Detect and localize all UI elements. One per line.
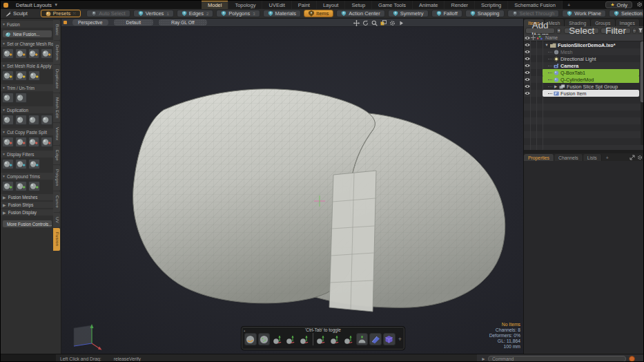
sidebar-tab-uv[interactable]: UV bbox=[53, 213, 60, 227]
column-eye-icon[interactable] bbox=[524, 36, 530, 40]
polygons-mode-button[interactable]: Polygons3 bbox=[216, 10, 260, 17]
sidebar-tab-polygon[interactable]: Polygon bbox=[53, 165, 60, 190]
sidebar-tab-edge[interactable]: Edge bbox=[53, 146, 60, 165]
filter-button[interactable]: Filter bbox=[601, 28, 631, 34]
slice-plane[interactable] bbox=[329, 171, 376, 312]
top-tab-layout[interactable]: Layout bbox=[317, 1, 346, 9]
auto-select-mode-button[interactable]: Auto Select bbox=[86, 10, 130, 17]
expand-panel-icon[interactable] bbox=[630, 155, 635, 160]
section-header-duplication[interactable]: ▼Duplication bbox=[1, 106, 54, 113]
compound-trims-tool-2-icon[interactable] bbox=[15, 181, 27, 191]
collapse-all-button[interactable]: − bbox=[632, 28, 636, 34]
rotate-icon[interactable] bbox=[362, 20, 369, 26]
shading-mode-selector[interactable]: Default bbox=[114, 19, 154, 26]
more-fusion-controls-button[interactable]: More Fusion Controls... bbox=[2, 220, 52, 228]
set-or-change-mesh-role-tool-3-icon[interactable] bbox=[28, 48, 40, 59]
action-center-mode-button[interactable]: Action Center bbox=[336, 10, 384, 17]
gear-icon[interactable] bbox=[637, 155, 643, 160]
item-name-cell[interactable]: ▶Fusion Slice Spt Group bbox=[543, 83, 639, 90]
sculpt-tab-button[interactable]: Sculpt bbox=[1, 10, 32, 17]
sidebar-tab-mesh-edit[interactable]: Mesh Edit bbox=[53, 93, 60, 122]
item-list-scrollbar[interactable] bbox=[641, 41, 644, 145]
sidebar-tab-basic[interactable]: Basic bbox=[53, 20, 60, 40]
new-fusion-button[interactable]: New Fusion... bbox=[2, 30, 52, 38]
palette-tool-apply-6-icon[interactable] bbox=[315, 333, 328, 345]
sidebar-tab-fusion[interactable]: Fusion bbox=[53, 228, 60, 250]
visibility-eye-icon[interactable] bbox=[524, 77, 530, 82]
zoom-icon[interactable] bbox=[371, 20, 378, 26]
palette-tool-apply-5-icon[interactable] bbox=[298, 333, 311, 345]
top-tab-render[interactable]: Render bbox=[445, 1, 475, 9]
collapsed-section-fusion-strips[interactable]: ▶Fusion Strips bbox=[1, 202, 54, 208]
viewport-menu-icon[interactable] bbox=[64, 21, 67, 24]
palette-airbrush-9-icon[interactable] bbox=[356, 333, 369, 345]
section-header-compound-trims[interactable]: ▼Compound Trims bbox=[1, 173, 54, 180]
layout-switcher-menu[interactable]: Default Layouts ▼ bbox=[12, 1, 62, 9]
display-filters-tool-2-icon[interactable] bbox=[15, 159, 27, 169]
materials-mode-button[interactable]: Materials bbox=[263, 10, 301, 17]
column-pin-icon[interactable] bbox=[530, 35, 536, 40]
visibility-eye-icon[interactable] bbox=[524, 91, 530, 95]
sidebar-tab-duplicate[interactable]: Duplicate bbox=[53, 65, 60, 93]
cut-copy-paste-split-tool-2-icon[interactable] bbox=[15, 137, 27, 147]
compound-trims-tool-1-icon[interactable] bbox=[2, 181, 14, 191]
pan-icon[interactable] bbox=[353, 20, 360, 26]
palette-add-button[interactable]: + bbox=[398, 336, 402, 343]
expand-icon[interactable] bbox=[398, 20, 404, 26]
tree-row-fusionslicerdemoa-lxo[interactable]: ▼FusionSlicerDemoA.lxo* bbox=[524, 41, 644, 48]
sidebar-tab-vertex[interactable]: Vertex bbox=[53, 123, 60, 144]
tree-row-fusion-item[interactable]: Fusion Item bbox=[524, 90, 644, 97]
collapsed-section-fusion-meshes[interactable]: ▶Fusion Meshes bbox=[1, 194, 54, 200]
bottom-tab-properties[interactable]: Properties bbox=[524, 154, 554, 161]
bottom-tab-channels[interactable]: Channels bbox=[554, 154, 583, 161]
items-mode-button[interactable]: Items bbox=[304, 10, 333, 17]
section-header-set-mesh-role-apply[interactable]: ▼Set Mesh Role & Apply bbox=[1, 62, 54, 69]
layout-icon[interactable] bbox=[380, 20, 387, 26]
palette-tool-apply-4-icon[interactable] bbox=[285, 333, 297, 345]
viewport-canvas[interactable] bbox=[61, 27, 523, 354]
set-or-change-mesh-role-tool-4-icon[interactable] bbox=[41, 48, 52, 59]
trim-un-trim-tool-2-icon[interactable] bbox=[15, 93, 27, 103]
add-layout-tab-button[interactable]: + bbox=[563, 1, 575, 9]
add-item-dropdown[interactable]: ▼ bbox=[556, 28, 561, 34]
item-name-cell[interactable]: Q-CylinderMod bbox=[543, 76, 639, 83]
cut-copy-paste-split-tool-3-icon[interactable] bbox=[28, 137, 40, 147]
gear-icon[interactable] bbox=[636, 1, 643, 8]
snapping-mode-button[interactable]: Snapping bbox=[465, 10, 505, 17]
select-button[interactable]: Select bbox=[564, 28, 599, 34]
duplication-tool-3-icon[interactable] bbox=[28, 115, 40, 125]
visibility-eye-icon[interactable] bbox=[524, 84, 530, 88]
set-mesh-role-apply-tool-2-icon[interactable] bbox=[15, 70, 27, 81]
command-history-icon[interactable] bbox=[629, 356, 635, 362]
edges-mode-button[interactable]: Edges2 bbox=[177, 10, 214, 17]
tree-row-fusion-slice-spt-group[interactable]: ▶Fusion Slice Spt Group bbox=[524, 83, 644, 90]
palette-tool-apply-7-icon[interactable] bbox=[329, 333, 342, 345]
tree-row-camera[interactable]: Camera bbox=[524, 62, 644, 69]
chevron-right-icon[interactable]: ▶ bbox=[554, 84, 558, 88]
vertices-mode-button[interactable]: Vertices1 bbox=[133, 10, 174, 17]
symmetry-mode-button[interactable]: Symmetry bbox=[388, 10, 429, 17]
palette-fusion-mesh-1-icon[interactable] bbox=[244, 333, 257, 345]
selection-sets-mode-button[interactable]: Selection Sets bbox=[609, 10, 644, 17]
visibility-eye-icon[interactable] bbox=[524, 64, 530, 68]
item-name-cell[interactable]: Fusion Item bbox=[543, 90, 639, 97]
settings-icon[interactable] bbox=[389, 20, 396, 26]
duplication-tool-2-icon[interactable] bbox=[15, 115, 27, 125]
raygl-toggle[interactable]: Ray GL Off bbox=[159, 19, 207, 26]
top-tab-setup[interactable]: Setup bbox=[345, 1, 372, 9]
cut-copy-paste-split-tool-4-icon[interactable] bbox=[41, 137, 52, 147]
display-filters-tool-3-icon[interactable] bbox=[28, 159, 40, 169]
palette-tool-apply-8-icon[interactable] bbox=[342, 333, 355, 345]
section-header-display-filters[interactable]: ▼Display Filters bbox=[1, 151, 54, 158]
item-name-cell[interactable]: Mesh bbox=[543, 48, 639, 55]
command-input[interactable] bbox=[488, 356, 626, 362]
top-tab-scripting[interactable]: Scripting bbox=[475, 1, 508, 9]
palette-cube-purple-11-icon[interactable] bbox=[383, 333, 396, 345]
palette-fusion-surface-2-icon[interactable] bbox=[258, 333, 271, 345]
projection-selector[interactable]: Perspective bbox=[72, 19, 108, 26]
set-mesh-role-apply-tool-1-icon[interactable] bbox=[2, 70, 14, 81]
palette-tool-apply-3-icon[interactable] bbox=[271, 333, 284, 345]
bottom-tab-lists[interactable]: Lists bbox=[583, 154, 602, 161]
work-plane-mode-button[interactable]: Work Plane bbox=[562, 10, 606, 17]
item-name-cell[interactable]: Q-BoxTab1 bbox=[543, 69, 639, 76]
